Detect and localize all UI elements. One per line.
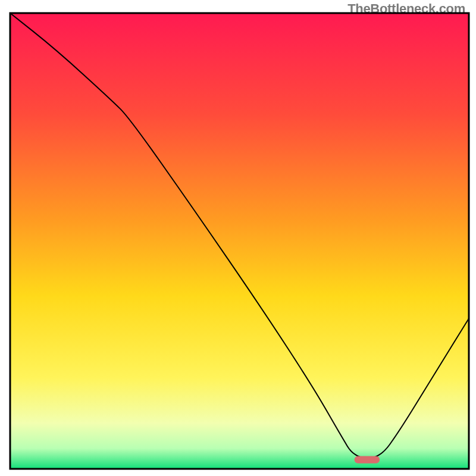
gradient-background	[10, 13, 469, 469]
plot-area	[10, 13, 469, 469]
chart-svg	[0, 0, 476, 476]
bottleneck-chart: TheBottleneck.com	[0, 0, 476, 476]
optimal-marker	[355, 456, 380, 464]
